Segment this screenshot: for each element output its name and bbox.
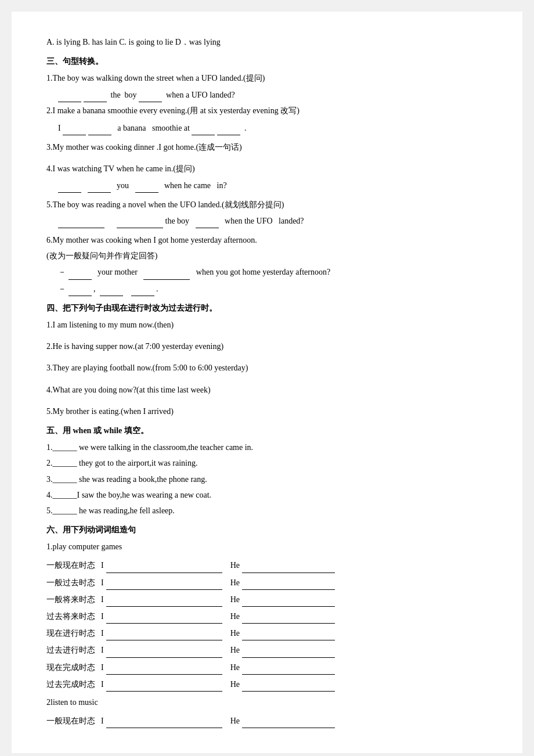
i-label: I	[101, 677, 104, 692]
q6-blank3[interactable]	[68, 281, 92, 296]
q2-blank4[interactable]	[217, 120, 240, 135]
q5-blank2[interactable]	[117, 213, 163, 228]
he-label: He	[230, 558, 240, 573]
q4-blank1[interactable]	[58, 178, 81, 193]
q2-blank3[interactable]	[192, 120, 215, 135]
he-blank[interactable]	[242, 660, 335, 675]
q2-blank2[interactable]	[88, 120, 111, 135]
tense-row: 一般现在时态I He	[46, 713, 488, 728]
i-label: I	[101, 592, 104, 607]
q6-line3: － , .	[58, 281, 488, 296]
q5-blank3[interactable]	[196, 213, 219, 228]
section5: 五、用 when 或 while 填空。 1.______ we were ta…	[46, 423, 488, 518]
he-label: He	[230, 609, 240, 624]
tense-label: 过去进行时态	[46, 643, 99, 657]
section4-title: 四、把下列句子由现在进行时改为过去进行时。	[46, 301, 488, 315]
q6-note: (改为一般疑问句并作肯定回答)	[46, 249, 488, 263]
he-blank[interactable]	[242, 592, 335, 607]
tense-table-2: 一般现在时态I He	[46, 713, 488, 728]
tense-row: 现在进行时态I He	[46, 625, 488, 640]
q6-blank1[interactable]	[68, 264, 92, 279]
section6: 六、用下列动词词组造句 1.play computer games 一般现在时态…	[46, 523, 488, 728]
i-label: I	[101, 575, 104, 590]
section5-title: 五、用 when 或 while 填空。	[46, 423, 488, 438]
i-blank[interactable]	[106, 592, 222, 607]
i-label: I	[101, 714, 104, 728]
q4-answer: you when he came in?	[58, 178, 488, 193]
tense-row: 一般将来时态I He	[46, 592, 488, 607]
q2-answer: I a banana smoothie at .	[58, 120, 488, 135]
he-label: He	[230, 677, 240, 692]
q1-blank2[interactable]	[84, 87, 107, 102]
q1-blank3[interactable]	[139, 87, 162, 102]
tense-label: 过去将来时态	[46, 609, 99, 624]
section6-title: 六、用下列动词词组造句	[46, 523, 488, 537]
tense-row: 过去将来时态I He	[46, 609, 488, 624]
tense-label: 一般现在时态	[46, 714, 99, 728]
i-label: I	[101, 660, 104, 675]
section3-title: 三、句型转换。	[46, 54, 488, 69]
s4-q2: 2.He is having supper now.(at 7:00 yeste…	[46, 339, 488, 354]
he-label: He	[230, 575, 240, 590]
he-blank[interactable]	[242, 557, 335, 573]
i-blank[interactable]	[106, 575, 222, 590]
he-blank[interactable]	[242, 575, 335, 590]
q4-blank2[interactable]	[88, 178, 111, 193]
s4-q4: 4.What are you doing now?(at this time l…	[46, 383, 488, 397]
q6-blank2[interactable]	[143, 264, 190, 279]
i-label: I	[101, 609, 104, 624]
section3: 三、句型转换。 1.The boy was walking down the s…	[46, 54, 488, 296]
s5-q5: 5.______ he was reading,he fell asleep.	[46, 503, 488, 518]
q6-blank5[interactable]	[131, 281, 154, 296]
q6-blank4[interactable]	[100, 281, 123, 296]
s4-q5: 5.My brother is eating.(when I arrived)	[46, 404, 488, 419]
he-blank[interactable]	[242, 713, 335, 728]
q4-blank3[interactable]	[135, 178, 158, 193]
q5-answer: the boy when the UFO landed?	[58, 213, 488, 228]
q6-stem: 6.My mother was cooking when I got home …	[46, 233, 488, 247]
he-blank[interactable]	[242, 625, 335, 640]
tense-label: 过去完成时态	[46, 677, 99, 692]
s4-q1: 1.I am listening to my mum now.(then)	[46, 318, 488, 332]
s5-q2: 2.______ they got to the airport,it was …	[46, 456, 488, 470]
section4: 四、把下列句子由现在进行时改为过去进行时。 1.I am listening t…	[46, 301, 488, 419]
s5-q4: 4.______I saw the boy,he was wearing a n…	[46, 488, 488, 502]
q1-answer: the boy when a UFO landed?	[58, 87, 488, 102]
s5-q3: 3.______ she was reading a book,the phon…	[46, 472, 488, 487]
i-label: I	[101, 643, 104, 657]
he-blank[interactable]	[242, 642, 335, 657]
i-blank[interactable]	[106, 713, 222, 728]
i-blank[interactable]	[106, 557, 222, 573]
he-label: He	[230, 714, 240, 728]
he-blank[interactable]	[242, 609, 335, 624]
he-blank[interactable]	[242, 676, 335, 692]
tense-label: 一般过去时态	[46, 575, 99, 590]
q6-line2: － your mother when you got home yesterda…	[58, 264, 488, 279]
i-label: I	[101, 558, 104, 573]
q2-blank1[interactable]	[63, 120, 86, 135]
i-blank[interactable]	[106, 676, 222, 692]
s6-item2-label: 2listen to music	[46, 695, 488, 710]
q3-stem: 3.My mother was cooking dinner .I got ho…	[46, 140, 488, 154]
options-line: A. is lying B. has lain C. is going to l…	[46, 35, 488, 49]
tense-row: 过去完成时态I He	[46, 676, 488, 692]
tense-table-1: 一般现在时态I He 一般过去时态I He 一般将来时态I He 过去将来时态I…	[46, 557, 488, 692]
tense-label: 一般将来时态	[46, 592, 99, 607]
tense-label: 现在进行时态	[46, 626, 99, 640]
i-blank[interactable]	[106, 642, 222, 657]
tense-row: 一般现在时态I He	[46, 557, 488, 573]
q1-blank1[interactable]	[58, 87, 81, 102]
q1-stem: 1.The boy was walking down the street wh…	[46, 71, 488, 85]
he-label: He	[230, 592, 240, 607]
i-blank[interactable]	[106, 609, 222, 624]
he-label: He	[230, 643, 240, 657]
i-blank[interactable]	[106, 625, 222, 640]
q5-stem: 5.The boy was reading a novel when the U…	[46, 197, 488, 212]
i-label: I	[101, 626, 104, 640]
tense-label: 一般现在时态	[46, 558, 99, 573]
q5-blank1[interactable]	[58, 213, 104, 228]
s5-q1: 1.______ we were talking in the classroo…	[46, 440, 488, 455]
i-blank[interactable]	[106, 660, 222, 675]
tense-label: 现在完成时态	[46, 660, 99, 675]
page: A. is lying B. has lain C. is going to l…	[12, 12, 522, 753]
